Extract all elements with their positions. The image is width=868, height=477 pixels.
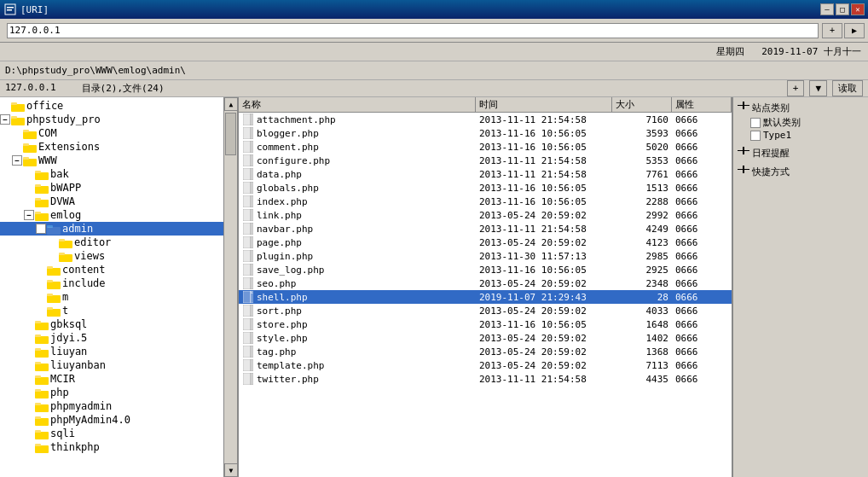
file-attr-cell: 0666 (672, 208, 732, 222)
default-category-item[interactable]: 默认类别 (750, 116, 865, 129)
tree-scrollbar[interactable]: ▲ ▼ (223, 97, 237, 477)
file-time-cell: 2013-05-24 20:59:02 (476, 331, 612, 345)
sort-button[interactable]: ▼ (809, 80, 827, 96)
folder-icon (35, 196, 49, 207)
table-row[interactable]: blogger.php2013-11-16 10:56:0535930666 (239, 126, 732, 140)
table-row[interactable]: globals.php2013-11-16 10:56:0515130666 (239, 181, 732, 195)
expander-icon[interactable]: − (24, 210, 34, 220)
table-row[interactable]: save_log.php2013-11-16 10:56:0529250666 (239, 263, 732, 276)
tree-item[interactable]: − WWW (0, 154, 223, 167)
file-time-cell: 2013-11-16 10:56:05 (476, 263, 612, 276)
table-row[interactable]: link.php2013-05-24 20:59:0229920666 (239, 208, 732, 222)
svg-rect-62 (35, 364, 49, 371)
file-name: navbar.php (257, 224, 313, 235)
tree-item[interactable]: phpMyAdmin4.0 (0, 413, 223, 427)
default-category-label: 默认类别 (763, 116, 801, 129)
table-row[interactable]: seo.php2013-05-24 20:59:0223480666 (239, 276, 732, 290)
close-button[interactable]: ✕ (851, 3, 865, 15)
table-row[interactable]: page.php2013-05-24 20:59:0241230666 (239, 236, 732, 249)
scroll-down-arrow[interactable]: ▼ (224, 463, 238, 477)
tree-item[interactable]: php (0, 386, 223, 399)
expander-icon[interactable]: − (12, 155, 22, 166)
tree-item[interactable]: office (0, 99, 223, 113)
table-row[interactable]: attachment.php2013-11-11 21:54:587160066… (239, 113, 732, 126)
tree-item[interactable]: liuyanban (0, 358, 223, 372)
tree-item[interactable]: thinkphp (0, 440, 223, 454)
file-icon (242, 332, 254, 344)
tree-item[interactable]: t (0, 304, 223, 317)
file-name-cell: link.php (239, 208, 476, 222)
tree-item[interactable]: jdyi.5 (0, 331, 223, 345)
file-header: 名称 时间 大小 属性 (239, 97, 732, 113)
file-time-cell: 2013-11-16 10:56:05 (476, 140, 612, 154)
table-row[interactable]: tag.php2013-05-24 20:59:0213680666 (239, 345, 732, 358)
folder-icon (35, 360, 49, 371)
table-row[interactable]: configure.php2013-11-11 21:54:5853530666 (239, 154, 732, 167)
col-size[interactable]: 大小 (612, 97, 672, 112)
file-name-cell: index.php (239, 195, 476, 208)
table-row[interactable]: store.php2013-11-16 10:56:0516480666 (239, 317, 732, 331)
address-input[interactable] (7, 23, 819, 38)
expander-icon[interactable]: − (0, 114, 10, 125)
tree-item[interactable]: Extensions (0, 140, 223, 154)
table-row[interactable]: comment.php2013-11-16 10:56:0550200666 (239, 140, 732, 154)
svg-rect-132 (243, 346, 251, 358)
svg-rect-26 (35, 200, 49, 207)
tree-item[interactable]: bWAPP (0, 181, 223, 195)
svg-rect-41 (47, 268, 61, 276)
type1-item[interactable]: Type1 (750, 130, 865, 141)
shortcut-label: 快捷方式 (752, 166, 790, 178)
svg-rect-107 (251, 223, 253, 235)
tree-item[interactable]: − admin (0, 222, 223, 236)
tree-item[interactable]: phpmyadmin (0, 399, 223, 413)
go-button[interactable]: ▶ (844, 23, 865, 38)
tree-item[interactable]: − emlog (0, 208, 223, 222)
file-size-cell: 2992 (612, 208, 672, 222)
table-row[interactable]: template.php2013-05-24 20:59:0271130666 (239, 358, 732, 372)
maximize-button[interactable]: □ (836, 3, 849, 15)
col-time[interactable]: 时间 (476, 97, 612, 112)
default-category-checkbox[interactable] (750, 118, 761, 128)
table-row[interactable]: style.php2013-05-24 20:59:0214020666 (239, 331, 732, 345)
tree-item[interactable]: bak (0, 167, 223, 181)
table-row[interactable]: shell.php2019-11-07 21:29:43280666 (239, 290, 732, 304)
tree-item[interactable]: − phpstudy_pro (0, 113, 223, 126)
tree-item[interactable]: MCIR (0, 372, 223, 386)
read-button[interactable]: 读取 (832, 80, 863, 96)
tree-item[interactable]: include (0, 276, 223, 290)
folder-icon (35, 442, 49, 453)
file-attr-cell: 0666 (672, 263, 732, 276)
scroll-up-arrow[interactable]: ▲ (224, 97, 238, 111)
file-time-cell: 2013-11-11 21:54:58 (476, 222, 612, 236)
table-row[interactable]: twitter.php2013-11-11 21:54:5844350666 (239, 372, 732, 386)
file-time-cell: 2013-11-16 10:56:05 (476, 317, 612, 331)
tree-item[interactable]: m (0, 290, 223, 304)
svg-rect-117 (243, 277, 251, 289)
address-bar: + ▶ (0, 19, 868, 43)
col-name[interactable]: 名称 (239, 97, 476, 112)
file-icon (242, 195, 254, 207)
tree-item[interactable]: DVWA (0, 195, 223, 208)
svg-rect-99 (243, 195, 251, 207)
tree-item[interactable]: sqli (0, 427, 223, 440)
tree-item[interactable]: editor (0, 236, 223, 249)
table-row[interactable]: navbar.php2013-11-11 21:54:5842490666 (239, 222, 732, 236)
file-name-cell: page.php (239, 236, 476, 249)
new-tab-button[interactable]: + (822, 23, 842, 38)
tree-item[interactable]: gbksql (0, 317, 223, 331)
type1-checkbox[interactable] (750, 131, 761, 141)
location-text: 127.0.0.1 (5, 82, 56, 95)
tree-item[interactable]: views (0, 249, 223, 263)
tree-item[interactable]: liuyan (0, 345, 223, 358)
minimize-button[interactable]: — (820, 3, 834, 15)
col-attr[interactable]: 属性 (672, 97, 732, 112)
expander-icon[interactable]: − (36, 224, 46, 234)
table-row[interactable]: index.php2013-11-16 10:56:0522880666 (239, 195, 732, 208)
table-row[interactable]: sort.php2013-05-24 20:59:0240330666 (239, 304, 732, 317)
tree-item[interactable]: content (0, 263, 223, 276)
plus-button[interactable]: + (787, 80, 805, 96)
tree-item[interactable]: COM (0, 126, 223, 140)
table-row[interactable]: data.php2013-11-11 21:54:5877610666 (239, 167, 732, 181)
scroll-thumb[interactable] (225, 113, 236, 155)
table-row[interactable]: plugin.php2013-11-30 11:57:1329850666 (239, 249, 732, 263)
